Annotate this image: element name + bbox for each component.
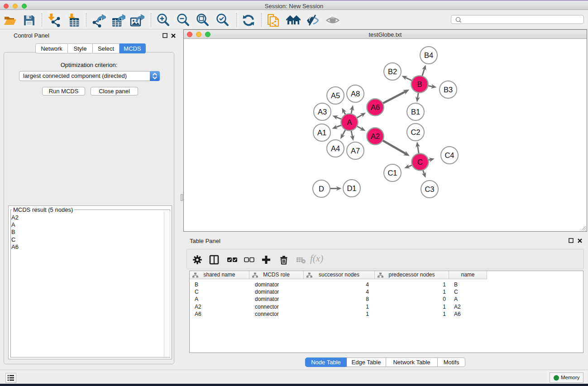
svg-text:A8: A8 (351, 90, 360, 98)
svg-text:A1: A1 (317, 129, 326, 137)
svg-text:B1: B1 (411, 108, 420, 116)
svg-text:B: B (417, 80, 422, 88)
svg-text:A6: A6 (371, 103, 380, 111)
svg-text:D1: D1 (347, 184, 356, 192)
svg-text:C3: C3 (425, 185, 434, 193)
svg-text:C: C (417, 158, 423, 166)
svg-text:A3: A3 (318, 108, 327, 116)
svg-text:B4: B4 (424, 51, 433, 59)
svg-text:A4: A4 (331, 144, 340, 152)
svg-text:A7: A7 (351, 147, 360, 155)
svg-text:A5: A5 (331, 91, 340, 100)
svg-text:C2: C2 (411, 128, 420, 136)
svg-text:A2: A2 (371, 132, 380, 140)
svg-text:B3: B3 (444, 86, 453, 94)
svg-text:A: A (347, 118, 352, 126)
svg-text:D: D (319, 185, 324, 193)
svg-text:C1: C1 (387, 169, 397, 177)
svg-text:B2: B2 (388, 67, 397, 76)
svg-text:C4: C4 (445, 151, 454, 159)
